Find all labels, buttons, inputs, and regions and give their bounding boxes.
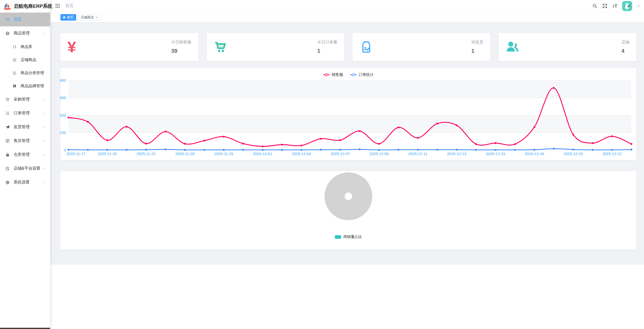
svg-text:300: 300	[60, 96, 66, 100]
stat-card-today-sales[interactable]: ¥今日销售额39	[60, 33, 198, 61]
avatar[interactable]	[622, 1, 632, 11]
chevron-up-icon	[42, 32, 45, 35]
chevron-down-icon	[42, 153, 45, 156]
main-area: 首页 TT 首页店铺商品× ¥今日销售额39今日订单量1待发货1店铺4 销售额订…	[51, 0, 644, 329]
stat-value: 1	[471, 48, 484, 54]
legend-item-sales[interactable]: 销售额	[323, 72, 343, 77]
pie-legend-label: 周销量占比	[343, 234, 362, 239]
stat-label: 今日订单量	[317, 40, 337, 45]
tab-close-icon[interactable]: ×	[96, 15, 98, 19]
sales-orders-line-chart: 01002003004002025-11-172025-11-202025-11…	[68, 80, 631, 158]
sidebar-item-shop-products[interactable]: 店铺商品	[0, 53, 50, 66]
sidebar-item-system-settings[interactable]: 系统设置	[0, 175, 50, 189]
sidebar-item-purchase-management[interactable]: 采购管理	[0, 92, 50, 106]
sidebar-item-label: 发货管理	[14, 124, 30, 130]
gear-icon	[5, 180, 10, 185]
sidebar-item-label: 采购管理	[14, 97, 30, 102]
aftersale-icon	[5, 138, 10, 144]
list-icon	[5, 111, 10, 116]
sidebar-item-product-library[interactable]: 商品库	[0, 40, 50, 53]
chevron-down-icon	[42, 139, 45, 143]
chevron-down-icon	[42, 98, 45, 101]
sailboat-logo-icon	[3, 3, 12, 10]
yen-icon: ¥	[67, 40, 76, 54]
chevron-down-icon	[42, 112, 45, 115]
sidebar-item-shop-platform-settings[interactable]: 店铺&平台设置	[0, 162, 50, 175]
legend-line-marker-icon	[350, 73, 357, 76]
stat-value: 39	[171, 48, 191, 54]
sidebar-item-label: 店铺&平台设置	[14, 166, 41, 171]
chevron-down-icon	[42, 167, 45, 170]
dashboard-content: ¥今日销售额39今日订单量1待发货1店铺4 销售额订单统计 0100200300…	[51, 23, 644, 265]
svg-text:2025-11-22: 2025-11-22	[137, 152, 156, 156]
sidebar-item-warehouse-management[interactable]: 仓库管理	[0, 148, 50, 162]
sidebar: 启航电商ERP系统 首页商品管理商品库店铺商品商品分类管理商品品牌管理采购管理订…	[0, 0, 50, 329]
svg-text:2025-12-09: 2025-12-09	[369, 152, 389, 156]
sidebar-item-product-management[interactable]: 商品管理	[0, 26, 50, 40]
breadcrumb: 首页	[65, 3, 73, 9]
chevron-down-icon	[42, 125, 45, 129]
stat-cart-icon	[214, 40, 227, 54]
svg-text:2025-12-11: 2025-12-11	[408, 152, 427, 156]
svg-text:2025-12-13: 2025-12-13	[447, 152, 466, 156]
sidebar-item-product-brand-management[interactable]: 商品品牌管理	[0, 79, 50, 92]
sidebar-item-label: 商品管理	[14, 31, 30, 36]
svg-text:2025-11-17: 2025-11-17	[66, 152, 86, 156]
legend-label: 销售额	[332, 72, 343, 77]
stat-card-pending-shipment[interactable]: 待发货1	[352, 33, 491, 61]
sidebar-item-product-category-management[interactable]: 商品分类管理	[0, 66, 50, 79]
font-size-icon[interactable]: TT	[612, 4, 617, 8]
stat-value: 1	[317, 48, 337, 54]
pie-legend-swatch	[335, 235, 341, 239]
pie-chart-card: 周销量占比	[60, 171, 636, 250]
line-chart-card: 销售额订单统计 01002003004002025-11-172025-11-2…	[60, 68, 636, 160]
stat-card-text: 店铺4	[621, 40, 629, 54]
sidebar-item-label: 店铺商品	[21, 57, 36, 63]
tab-label: 首页	[67, 15, 73, 20]
svg-text:2025-12-18: 2025-12-18	[525, 152, 544, 156]
caret-down-icon[interactable]	[637, 4, 640, 8]
svg-text:2025-12-15: 2025-12-15	[486, 152, 505, 156]
sidebar-toggle-hamburger-icon[interactable]	[55, 3, 60, 9]
sidebar-item-shipping-management[interactable]: 发货管理	[0, 120, 50, 134]
sidebar-scrollbar[interactable]	[0, 328, 50, 329]
sidebar-item-home[interactable]: 首页	[0, 13, 50, 26]
legend-label: 订单统计	[359, 72, 374, 77]
app-title: 启航电商ERP系统	[14, 3, 52, 10]
stat-label: 店铺	[621, 40, 629, 45]
sidebar-item-order-management[interactable]: 订单管理	[0, 106, 50, 120]
brand-icon	[12, 83, 17, 88]
line-chart-area: 01002003004002025-11-172025-11-202025-11…	[68, 80, 631, 158]
sidebar-item-aftersale-management[interactable]: 售后管理	[0, 134, 50, 148]
tab-home[interactable]: 首页	[60, 14, 76, 21]
sidebar-item-label: 首页	[14, 17, 22, 22]
stat-card-text: 今日订单量1	[317, 40, 337, 54]
users-icon	[506, 40, 519, 54]
cart-icon	[5, 97, 10, 102]
stat-card-today-orders[interactable]: 今日订单量1	[207, 33, 345, 61]
stat-label: 今日销售额	[171, 40, 191, 45]
svg-text:2025-12-04: 2025-12-04	[292, 152, 311, 156]
app-logo[interactable]: 启航电商ERP系统	[0, 0, 50, 13]
stat-card-shops[interactable]: 店铺4	[499, 33, 637, 61]
tab-label: 店铺商品	[81, 15, 94, 20]
sidebar-item-label: 售后管理	[14, 138, 30, 144]
top-navbar: 首页 TT	[51, 0, 644, 12]
active-tab-dot	[63, 16, 65, 18]
svg-text:2025-12-20: 2025-12-20	[564, 152, 583, 156]
lifebuoy-icon	[12, 44, 17, 49]
stat-card-text: 待发货1	[471, 40, 484, 54]
globe-icon	[5, 31, 10, 36]
svg-text:400: 400	[60, 78, 66, 82]
tab-shop-products[interactable]: 店铺商品×	[78, 14, 101, 21]
edit-icon	[12, 57, 17, 62]
legend-item-orders[interactable]: 订单统计	[350, 72, 374, 77]
svg-text:2025-11-29: 2025-11-29	[214, 152, 233, 156]
svg-text:100: 100	[60, 130, 66, 135]
stat-card-text: 今日销售额39	[171, 40, 191, 54]
fullscreen-icon[interactable]	[602, 3, 608, 9]
navbar-right-tools: TT	[592, 1, 640, 11]
pie-legend[interactable]: 周销量占比	[60, 234, 636, 239]
search-icon[interactable]	[592, 3, 597, 9]
line-chart-legend: 销售额订单统计	[60, 72, 636, 77]
